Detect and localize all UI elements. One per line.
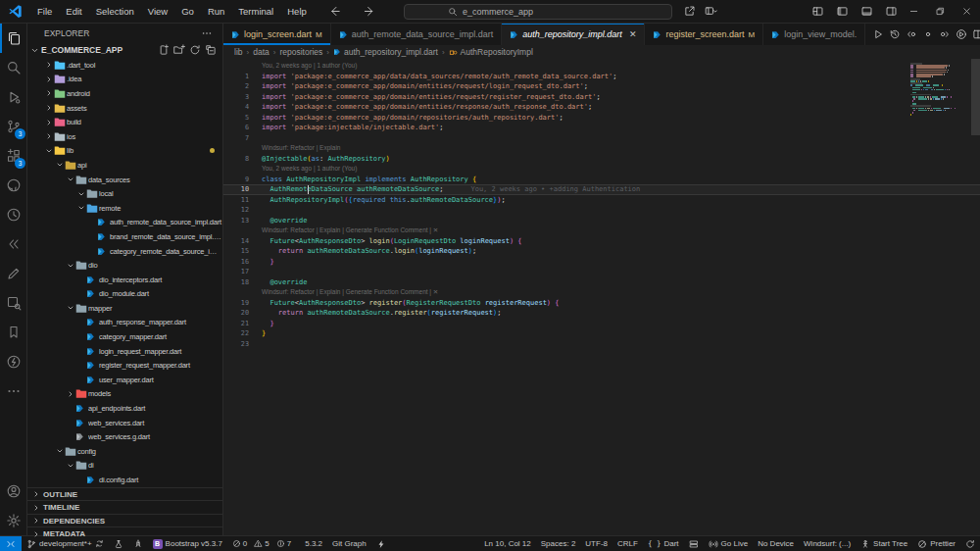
- customize-layout-icon[interactable]: [808, 2, 826, 22]
- status-git-graph[interactable]: Git Graph: [327, 536, 371, 551]
- activity-search[interactable]: [0, 53, 26, 82]
- tree-item-login_request_mapper.dart[interactable]: login_request_mapper.dart: [27, 344, 222, 359]
- status-test-status[interactable]: [109, 536, 128, 551]
- tree-item-data_sources[interactable]: data_sources: [27, 173, 222, 187]
- code-editor[interactable]: You, 2 weeks ago | 1 author (You)1import…: [223, 59, 980, 535]
- tab-login_screen.dart[interactable]: login_screen.dartM: [223, 24, 331, 45]
- status-ports[interactable]: [684, 536, 704, 551]
- status-device[interactable]: No Device: [753, 536, 799, 551]
- code-line-22[interactable]: 22}: [223, 328, 980, 339]
- toggle-sidebar-icon[interactable]: [833, 2, 851, 22]
- tree-item-auth_response_mapper.dart[interactable]: auth_response_mapper.dart: [27, 316, 222, 330]
- toggle-secondary-sidebar-icon[interactable]: [882, 2, 900, 22]
- tree-item-.dart_tool[interactable]: .dart_tool: [27, 58, 222, 73]
- tree-item-mapper[interactable]: mapper: [27, 301, 222, 316]
- nav-forward-icon[interactable]: [937, 25, 952, 43]
- command-center-search[interactable]: e_commerce_app: [404, 4, 672, 20]
- code-line-21[interactable]: 21 }: [223, 319, 980, 329]
- tree-item-api[interactable]: api: [27, 158, 222, 173]
- breadcrumb-item[interactable]: auth_repository_impl.dart: [333, 47, 438, 57]
- activity-source-control[interactable]: 3: [0, 112, 26, 141]
- tree-item-lib[interactable]: lib: [27, 144, 222, 159]
- tree-item-di[interactable]: di: [27, 459, 222, 474]
- activity-image-preview[interactable]: [0, 288, 26, 318]
- explorer-more-icon[interactable]: [201, 27, 213, 39]
- activity-run-debug[interactable]: [0, 82, 26, 112]
- tree-item-dio[interactable]: dio: [27, 258, 222, 273]
- status-problems[interactable]: 057: [227, 536, 300, 551]
- tree-item-user_mapper.dart[interactable]: user_mapper.dart: [27, 373, 222, 387]
- tree-item-ios[interactable]: ios: [27, 129, 222, 144]
- run-circle-icon[interactable]: [954, 25, 968, 43]
- menu-view[interactable]: View: [141, 0, 174, 23]
- menu-edit[interactable]: Edit: [59, 0, 88, 23]
- code-line-7[interactable]: 7: [223, 133, 980, 144]
- status-launch[interactable]: [128, 536, 148, 551]
- status-git-branch[interactable]: development*+: [22, 536, 109, 551]
- new-folder-icon[interactable]: [173, 44, 185, 56]
- tree-item-models[interactable]: models: [27, 387, 222, 402]
- status-zap[interactable]: [371, 536, 391, 551]
- tab-login_view_model[interactable]: login_view_model.: [763, 24, 865, 45]
- code-line-16[interactable]: 16 }: [223, 257, 980, 268]
- activity-edit-session[interactable]: [0, 259, 26, 288]
- forward-arrow-icon[interactable]: [361, 2, 378, 22]
- status-sdk-version[interactable]: 5.3.2: [300, 536, 327, 551]
- collapse-all-icon[interactable]: [205, 44, 217, 56]
- tree-item-web_services.g.dart[interactable]: web_services.g.dart: [27, 429, 222, 444]
- codelens-actions[interactable]: Windsurf: Refactor | Explain | Generate …: [223, 225, 980, 236]
- tree-item-config[interactable]: config: [27, 444, 222, 459]
- code-line-12[interactable]: 12: [223, 205, 980, 216]
- tree-item-di.config.dart[interactable]: di.config.dart: [27, 473, 222, 487]
- tree-item-category_mapper.dart[interactable]: category_mapper.dart: [27, 329, 222, 344]
- activity-navigate-back[interactable]: [0, 229, 26, 259]
- split-editor-icon[interactable]: [970, 25, 980, 43]
- activity-history[interactable]: [0, 200, 26, 229]
- code-line-18[interactable]: 18 @override: [223, 277, 980, 288]
- breadcrumb-item[interactable]: lib: [234, 47, 243, 57]
- section-timeline[interactable]: TIMELINE: [27, 500, 222, 514]
- tree-item-assets[interactable]: assets: [27, 101, 222, 116]
- tab-auth_repository_impl.dart[interactable]: auth_repository_impl.dart✕: [502, 24, 645, 45]
- project-section-header[interactable]: E_COMMERCE_APP: [27, 42, 222, 58]
- status-windsurf-status[interactable]: Windsurf: (...): [799, 536, 856, 551]
- code-line-17[interactable]: 17: [223, 267, 980, 277]
- activity-account[interactable]: [0, 476, 26, 506]
- tree-item-android[interactable]: android: [27, 86, 222, 101]
- tree-item-remote[interactable]: remote: [27, 201, 222, 216]
- tree-item-local[interactable]: local: [27, 186, 222, 201]
- code-line-23[interactable]: 23: [223, 339, 980, 350]
- close-button[interactable]: [954, 0, 980, 23]
- status-language-mode[interactable]: { }Dart: [643, 536, 684, 551]
- back-arrow-icon[interactable]: [327, 2, 345, 22]
- tree-item-build[interactable]: build: [27, 115, 222, 129]
- code-line-11[interactable]: 11 AuthRepositoryImpl({required this.aut…: [223, 195, 980, 206]
- restore-button[interactable]: [927, 0, 954, 23]
- code-line-3[interactable]: 3import 'package:e_commerce_app/domain/e…: [223, 92, 980, 103]
- status-encoding[interactable]: UTF-8: [580, 536, 612, 551]
- code-line-10[interactable]: 10 AuthRemoteDataSource authRemoteDataSo…: [223, 184, 980, 195]
- status-start-tree[interactable]: Start Tree: [856, 536, 912, 551]
- menu-run[interactable]: Run: [201, 0, 231, 23]
- section-outline[interactable]: OUTLINE: [27, 487, 222, 501]
- activity-power[interactable]: [0, 347, 26, 376]
- tab-auth_remote_data_source_impl.dart[interactable]: auth_remote_data_source_impl.dart: [331, 24, 503, 45]
- menu-go[interactable]: Go: [174, 0, 201, 23]
- nav-back-icon[interactable]: [904, 25, 918, 43]
- code-line-9[interactable]: 9class AuthRepositoryImpl implements Aut…: [223, 175, 980, 185]
- codelens-actions[interactable]: Windsurf: Refactor | Explain: [223, 143, 980, 154]
- nav-dot-icon[interactable]: [920, 25, 935, 43]
- tree-item-web_services.dart[interactable]: web_services.dart: [27, 416, 222, 430]
- status-remote[interactable]: [0, 536, 22, 551]
- tab-register_screen.dart[interactable]: register_screen.dartM: [645, 24, 763, 45]
- breadcrumb-item[interactable]: repositories: [279, 47, 322, 57]
- code-line-4[interactable]: 4import 'package:e_commerce_app/domain/e…: [223, 102, 980, 113]
- tree-item-dio_module.dart[interactable]: dio_module.dart: [27, 287, 222, 302]
- tree-item-dio_interceptors.dart[interactable]: dio_interceptors.dart: [27, 273, 222, 287]
- status-bootstrap[interactable]: BBootstrap v5.3.7: [148, 536, 227, 551]
- activity-settings[interactable]: [0, 506, 26, 535]
- code-line-14[interactable]: 14 Future<AuthResponseDto> login(LoginRe…: [223, 236, 980, 247]
- tree-item-api_endpoints.dart[interactable]: api_endpoints.dart: [27, 401, 222, 416]
- tree-item-category_remote_data_source_impl.dart[interactable]: category_remote_data_source_impl.dart: [27, 244, 222, 259]
- play-icon[interactable]: [870, 25, 885, 43]
